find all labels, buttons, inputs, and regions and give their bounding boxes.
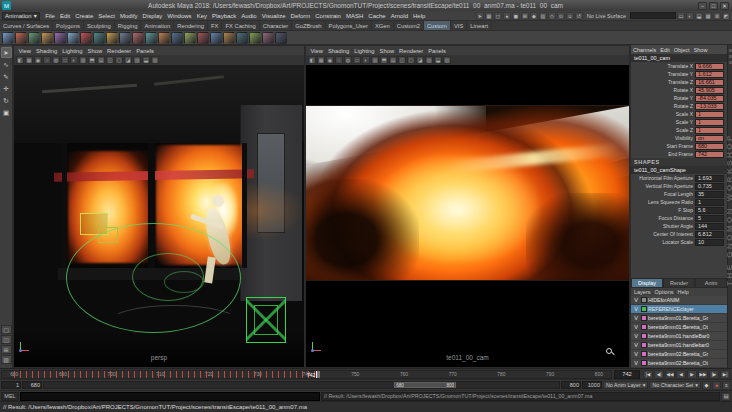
paint-select-tool[interactable]: ✎ xyxy=(1,71,12,82)
layer-color-swatch[interactable] xyxy=(641,351,647,357)
layer-visibility-toggle[interactable]: V xyxy=(632,306,640,312)
vpL-menu-lighting[interactable]: Lighting xyxy=(60,48,85,54)
vpR-menu-shading[interactable]: Shading xyxy=(325,48,351,54)
viewport-toolbar-icon-10[interactable]: ◫ xyxy=(106,56,114,64)
shelf-tab-sculpting[interactable]: Sculpting xyxy=(84,21,115,30)
character-set-dropdown[interactable]: No Character Set ▾ xyxy=(649,381,701,389)
rig-control-circle[interactable] xyxy=(164,271,204,293)
shelf-tab-lineart[interactable]: Lineart xyxy=(467,21,492,30)
range-slider-track[interactable]: 680 800 xyxy=(43,381,560,389)
shelf-icon-10[interactable] xyxy=(132,32,144,44)
shelf-tab-rigging[interactable]: Rigging xyxy=(115,21,142,30)
channel-value-field[interactable]: 1 xyxy=(695,119,724,126)
vpL-menu-view[interactable]: View xyxy=(16,48,33,54)
status-icon-3[interactable]: ● xyxy=(503,12,511,20)
menu-arnold[interactable]: Arnold xyxy=(388,13,410,19)
playback-start-field[interactable]: 680 xyxy=(22,381,42,389)
channel-box-menu-channels[interactable]: Channels xyxy=(631,47,658,53)
rig-control-box[interactable] xyxy=(246,297,286,343)
viewport-toolbar-icon-4[interactable]: ◍ xyxy=(344,56,352,64)
viewport-toolbar-icon-10[interactable]: ◫ xyxy=(398,56,406,64)
viewport-toolbar-icon-14[interactable]: ⬓ xyxy=(142,56,150,64)
layer-visibility-toggle[interactable]: V xyxy=(632,324,640,330)
shelf-icon-21[interactable] xyxy=(275,32,287,44)
shelf-tab-vis[interactable]: VIS xyxy=(451,21,467,30)
viewport-toolbar-icon-0[interactable]: ◧ xyxy=(16,56,24,64)
menu-set-selector[interactable]: Animation ▾ xyxy=(2,12,40,20)
script-editor-icon[interactable]: ▤ xyxy=(721,392,731,401)
viewport-toolbar-icon-11[interactable]: ▢ xyxy=(407,56,415,64)
step-back-key-button[interactable]: ◀◀ xyxy=(665,370,675,379)
channel-value-field[interactable]: 9.666 xyxy=(695,63,724,70)
shelf-icon-5[interactable] xyxy=(67,32,79,44)
shelf-tab-fx-caching[interactable]: FX Caching xyxy=(222,21,259,30)
layer-editor-menu-options[interactable]: Options xyxy=(655,289,674,295)
shelf-tab-xgen[interactable]: XGen xyxy=(372,21,394,30)
status-render-icon-5[interactable]: ◩ xyxy=(722,12,730,20)
viewport-toolbar-icon-6[interactable]: ◐ xyxy=(70,56,78,64)
vpR-menu-renderer[interactable]: Renderer xyxy=(397,48,426,54)
menu-visualize[interactable]: Visualize xyxy=(259,13,288,19)
shelf-icon-11[interactable] xyxy=(145,32,157,44)
channel-value-field[interactable]: 45.905 xyxy=(695,87,724,94)
menu-mash[interactable]: MASH xyxy=(343,13,365,19)
viewport-toolbar-icon-7[interactable]: ▥ xyxy=(79,56,87,64)
time-slider-track[interactable]: 680690700710720730740750760770780790800 … xyxy=(1,370,612,379)
viewport-toolbar-icon-2[interactable]: ◉ xyxy=(326,56,334,64)
layer-color-swatch[interactable] xyxy=(641,324,647,330)
shelf-icon-4[interactable] xyxy=(54,32,66,44)
viewport-toolbar-icon-6[interactable]: ◐ xyxy=(362,56,370,64)
viewport-toolbar-icon-5[interactable]: □ xyxy=(61,56,69,64)
viewport-toolbar-icon-3[interactable]: ○ xyxy=(43,56,51,64)
play-forwards-button[interactable]: ▶ xyxy=(687,370,697,379)
viewport-toolbar-icon-4[interactable]: ◍ xyxy=(52,56,60,64)
channel-value-field[interactable]: 1.612 xyxy=(695,71,724,78)
channel-value-field[interactable]: on xyxy=(695,135,724,142)
shelf-icon-6[interactable] xyxy=(80,32,92,44)
channel-value-field[interactable]: 742 xyxy=(695,151,724,158)
shelf-icon-9[interactable] xyxy=(119,32,131,44)
channel-value-field[interactable]: -84.035 xyxy=(695,95,724,102)
status-render-icon-3[interactable]: ▦ xyxy=(704,12,712,20)
layer-color-swatch[interactable] xyxy=(641,333,647,339)
vpR-menu-view[interactable]: View xyxy=(308,48,325,54)
viewport-toolbar-icon-15[interactable]: ▨ xyxy=(443,56,451,64)
vpL-menu-shading[interactable]: Shading xyxy=(33,48,59,54)
status-icon-6[interactable]: ◆ xyxy=(530,12,538,20)
quick-select-field[interactable] xyxy=(630,12,676,19)
channel-value-field[interactable]: 5.6 xyxy=(695,207,724,214)
layout-button-2[interactable]: ⊞ xyxy=(1,345,12,354)
viewport-toolbar-icon-5[interactable]: □ xyxy=(353,56,361,64)
layer-visibility-toggle[interactable]: V xyxy=(632,297,640,303)
layer-color-swatch[interactable] xyxy=(641,297,647,303)
status-icon-2[interactable]: ◻ xyxy=(494,12,502,20)
channel-value-field[interactable]: 1 xyxy=(695,127,724,134)
play-backwards-button[interactable]: ◀ xyxy=(676,370,686,379)
viewport-toolbar-icon-14[interactable]: ⬓ xyxy=(434,56,442,64)
channel-box-node-name[interactable]: te011_00_cam xyxy=(631,54,727,62)
go-to-start-button[interactable]: |◀ xyxy=(643,370,653,379)
menu-select[interactable]: Select xyxy=(96,13,118,19)
layer-row-beretta9mm01-beretta-ot[interactable]: V beretta9mm01:Beretta_Ot xyxy=(631,323,727,332)
menu-create[interactable]: Create xyxy=(73,13,96,19)
close-button[interactable]: ✕ xyxy=(720,2,729,10)
vpL-menu-renderer[interactable]: Renderer xyxy=(105,48,134,54)
shelf-icon-0[interactable] xyxy=(2,32,14,44)
shelf-tab-fx[interactable]: FX xyxy=(208,21,222,30)
status-icon-1[interactable]: ▦ xyxy=(485,12,493,20)
channel-value-field[interactable]: 5 xyxy=(695,215,724,222)
shelf-icon-7[interactable] xyxy=(93,32,105,44)
channel-value-field[interactable]: 35 xyxy=(695,191,724,198)
viewport-toolbar-icon-9[interactable]: ▤ xyxy=(97,56,105,64)
layer-editor-tab-anim[interactable]: Anim xyxy=(695,278,727,288)
viewport-toolbar-icon-7[interactable]: ▥ xyxy=(371,56,379,64)
maximize-button[interactable]: □ xyxy=(709,2,718,10)
vpR-menu-panels[interactable]: Panels xyxy=(426,48,449,54)
layer-editor-menu-layers[interactable]: Layers xyxy=(634,289,651,295)
menu-audio[interactable]: Audio xyxy=(239,13,259,19)
channel-box-shape-name[interactable]: te011_00_camShape xyxy=(631,166,727,174)
viewport-toolbar-icon-11[interactable]: ▢ xyxy=(115,56,123,64)
viewport-toolbar-icon-0[interactable]: ◧ xyxy=(308,56,316,64)
layout-button-3[interactable]: ▥ xyxy=(1,355,12,364)
lasso-tool[interactable]: ∿ xyxy=(1,59,12,70)
